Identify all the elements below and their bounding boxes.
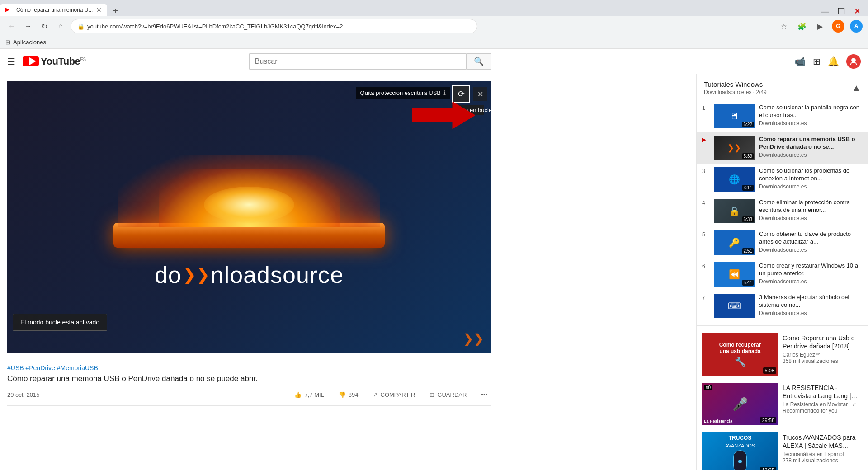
reload-icon: ↻ (42, 22, 47, 31)
rec-title: LA RESISTENCIA - Entrevista a Lang Lang … (783, 384, 863, 400)
save-button[interactable]: ⊞ GUARDAR (426, 389, 470, 401)
video-title-row: Cómo reparar una memoria USB o PenDrive … (7, 373, 491, 384)
user-avatar[interactable] (846, 54, 861, 69)
recommended-item[interactable]: Como recuperaruna usb dañada 🔧 5:08 Como… (697, 329, 868, 379)
forward-icon: → (24, 22, 32, 30)
back-button[interactable]: ← (5, 20, 18, 33)
playlist-item[interactable]: 7 ⌨ 3 Maneras de ejecutar símbolo del si… (697, 290, 868, 322)
item-title: Cómo reparar una memoria USB o PenDrive … (759, 136, 863, 151)
youtube-header: ☰ YouTubeES 🔍 📹 ⊞ 🔔 (0, 49, 868, 74)
cast-button[interactable]: ▶ (814, 20, 826, 33)
browser-actions: ☆ 🧩 ▶ G A (778, 20, 863, 33)
rec-recommended: Recommended for you (783, 408, 863, 414)
item-number: 3 (702, 168, 709, 174)
home-button[interactable]: ⌂ (54, 20, 67, 33)
hamburger-menu-button[interactable]: ☰ (7, 56, 15, 67)
rec-duration: 29:58 (760, 417, 776, 423)
info-icon: ℹ (443, 89, 446, 96)
main-content: do ❯❯ nloadsource ❯❯ Quita protec (0, 74, 868, 470)
item-channel: Downloadsource.es (759, 183, 863, 190)
playlist-collapse-button[interactable]: ▲ (852, 83, 861, 93)
notifications-button[interactable]: 🔔 (828, 56, 839, 67)
youtube-logo-icon (23, 56, 39, 66)
loop-notification: El modo bucle está activado (13, 314, 107, 331)
new-tab-button[interactable]: + (109, 6, 122, 16)
address-bar[interactable]: 🔒 youtube.com/watch?v=br9Edo6PWUE&list=P… (71, 19, 477, 33)
profile-avatar-2[interactable]: A (850, 20, 863, 33)
like-icon: 👍 (294, 391, 302, 398)
rec-channel: Carlos Eguez™ (783, 352, 863, 358)
recommended-item[interactable]: 🎤 #0 29:58 La Resistencia LA RESISTENCIA… (697, 379, 868, 429)
item-channel: Downloadsource.es (759, 247, 863, 253)
dislike-button[interactable]: 👎 894 (335, 389, 362, 401)
rec-title: Como Reparar una Usb o Pendrive dañada [… (783, 334, 863, 350)
youtube-app: ☰ YouTubeES 🔍 📹 ⊞ 🔔 (0, 49, 868, 470)
search-input[interactable] (249, 53, 466, 70)
search-bar: 🔍 (226, 53, 515, 70)
item-duration: 5:39 (742, 153, 754, 159)
save-icon: ⊞ (429, 391, 434, 398)
item-number: 1 (702, 105, 709, 111)
close-window-button[interactable]: ✕ (850, 6, 864, 16)
playlist-item[interactable]: 5 🔑 2:51 Como obtener tu clave de produc… (697, 227, 868, 258)
apps-grid-button[interactable]: ⊞ (813, 56, 821, 67)
rec-views: 358 mil visualizaciones (783, 358, 863, 364)
profile-avatar[interactable]: G (832, 20, 844, 33)
item-info: Como solucionar los problemas de conexió… (759, 167, 863, 190)
red-arrow-indicator (412, 99, 466, 127)
item-channel: Downloadsource.es (759, 310, 863, 316)
video-tags[interactable]: #USB #PenDrive #MemoriaUSB (7, 364, 491, 371)
like-count: 7,7 MIL (304, 391, 324, 398)
bookmarks-apps-label[interactable]: Aplicaciones (13, 39, 46, 46)
item-channel: Downloadsource.es (759, 215, 863, 221)
item-thumbnail: 🖥 6:22 (714, 104, 755, 128)
minimize-button[interactable]: — (817, 7, 832, 16)
share-button[interactable]: ↗ COMPARTIR (369, 389, 419, 401)
rec-duration: 13:35 (760, 467, 776, 470)
recommended-item[interactable]: TRUCOS AVANZADOS 13:35 Trucos AVANZADOS … (697, 429, 868, 470)
video-player[interactable]: do ❯❯ nloadsource ❯❯ Quita protec (7, 81, 491, 353)
more-actions-button[interactable]: ••• (477, 389, 491, 401)
like-button[interactable]: 👍 7,7 MIL (291, 389, 327, 401)
item-thumbnail: ❯❯ 5:39 (714, 136, 755, 160)
rec-channel: La Resistencia en Movistar+ ✓ (783, 401, 863, 408)
create-video-button[interactable]: 📹 (794, 56, 806, 67)
dislike-icon: 👎 (339, 391, 346, 398)
item-info: Como crear y restaurar Windows 10 a un p… (759, 262, 863, 285)
item-thumbnail: ⏪ 5:41 (714, 262, 755, 287)
more-icon: ••• (481, 391, 487, 398)
video-date: 29 oct. 2015 (7, 391, 40, 398)
dislike-count: 894 (349, 391, 359, 398)
extensions-button[interactable]: 🧩 (796, 20, 808, 33)
forward-button[interactable]: → (22, 20, 34, 33)
svg-marker-0 (29, 57, 36, 65)
tab-close-button[interactable]: ✕ (96, 6, 102, 14)
search-button[interactable]: 🔍 (466, 53, 491, 70)
playlist-item[interactable]: 6 ⏪ 5:41 Como crear y restaurar Windows … (697, 258, 868, 290)
playlist-item-active[interactable]: ▶ ❯❯ 5:39 Cómo reparar una memoria USB o… (697, 132, 868, 164)
item-duration: 6:22 (742, 122, 754, 127)
bookmark-button[interactable]: ☆ (778, 20, 790, 33)
rec-thumbnail: 🎤 #0 29:58 La Resistencia (702, 383, 778, 425)
item-thumbnail: 🔑 2:51 (714, 230, 755, 255)
playlist-item[interactable]: 3 🌐 3:11 Como solucionar los problemas d… (697, 164, 868, 195)
item-number: 4 (702, 200, 709, 206)
maximize-button[interactable]: ❐ (834, 6, 849, 16)
item-thumbnail: ⌨ (714, 294, 755, 318)
item-channel: Downloadsource.es (759, 120, 863, 127)
playlist-subtitle: Downloadsource.es · 2/49 (704, 89, 852, 95)
tab-favicon: ▶ (5, 6, 13, 14)
youtube-logo[interactable]: YouTubeES (23, 56, 86, 67)
browser-tab[interactable]: ▶ Cómo reparar una memoria U... ✕ (0, 4, 107, 16)
rec-info: Como Reparar una Usb o Pendrive dañada [… (783, 333, 863, 376)
playlist-header: Tutoriales Windows Downloadsource.es · 2… (697, 74, 868, 100)
close-icon: ✕ (477, 90, 483, 99)
playlist-title-block: Tutoriales Windows Downloadsource.es · 2… (704, 80, 852, 95)
reload-button[interactable]: ↻ (38, 20, 51, 33)
bookmarks-bar: ⊞ Aplicaciones (0, 36, 868, 49)
playlist-item[interactable]: 4 🔒 6:33 Como eliminar la protección con… (697, 195, 868, 227)
playlist-item[interactable]: 1 🖥 6:22 Como solucionar la pantalla neg… (697, 100, 868, 132)
playlist-items: 1 🖥 6:22 Como solucionar la pantalla neg… (697, 100, 868, 322)
header-left: ☰ YouTubeES (7, 56, 86, 67)
item-info: Cómo reparar una memoria USB o PenDrive … (759, 136, 863, 158)
